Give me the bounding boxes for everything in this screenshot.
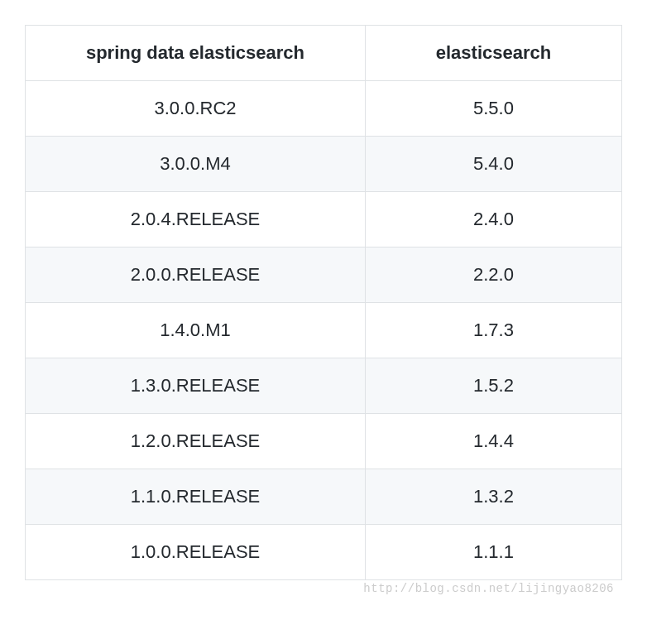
table-body: 3.0.0.RC2 5.5.0 3.0.0.M4 5.4.0 2.0.4.REL… [26, 81, 622, 580]
cell-es: 5.4.0 [365, 137, 621, 192]
cell-sde: 3.0.0.M4 [26, 137, 366, 192]
table-header-es: elasticsearch [365, 26, 621, 81]
table-row: 1.2.0.RELEASE 1.4.4 [26, 414, 622, 469]
cell-es: 2.2.0 [365, 248, 621, 303]
watermark-text: http://blog.csdn.net/lijingyao8206 [363, 582, 614, 595]
version-compatibility-table: spring data elasticsearch elasticsearch … [25, 25, 622, 580]
cell-es: 1.5.2 [365, 358, 621, 414]
cell-es: 1.7.3 [365, 303, 621, 358]
table-row: 1.1.0.RELEASE 1.3.2 [26, 469, 622, 525]
table-row: 2.0.0.RELEASE 2.2.0 [26, 248, 622, 303]
cell-sde: 1.2.0.RELEASE [26, 414, 366, 469]
cell-sde: 2.0.0.RELEASE [26, 248, 366, 303]
cell-sde: 2.0.4.RELEASE [26, 192, 366, 248]
cell-es: 2.4.0 [365, 192, 621, 248]
table-row: 1.0.0.RELEASE 1.1.1 [26, 525, 622, 580]
cell-sde: 1.4.0.M1 [26, 303, 366, 358]
cell-sde: 1.1.0.RELEASE [26, 469, 366, 525]
table-row: 3.0.0.RC2 5.5.0 [26, 81, 622, 137]
table-row: 1.4.0.M1 1.7.3 [26, 303, 622, 358]
cell-es: 1.1.1 [365, 525, 621, 580]
cell-sde: 1.3.0.RELEASE [26, 358, 366, 414]
cell-es: 5.5.0 [365, 81, 621, 137]
table-row: 3.0.0.M4 5.4.0 [26, 137, 622, 192]
table-row: 1.3.0.RELEASE 1.5.2 [26, 358, 622, 414]
table-header-row: spring data elasticsearch elasticsearch [26, 26, 622, 81]
cell-es: 1.3.2 [365, 469, 621, 525]
cell-sde: 1.0.0.RELEASE [26, 525, 366, 580]
cell-sde: 3.0.0.RC2 [26, 81, 366, 137]
table-header-sde: spring data elasticsearch [26, 26, 366, 81]
table-row: 2.0.4.RELEASE 2.4.0 [26, 192, 622, 248]
cell-es: 1.4.4 [365, 414, 621, 469]
